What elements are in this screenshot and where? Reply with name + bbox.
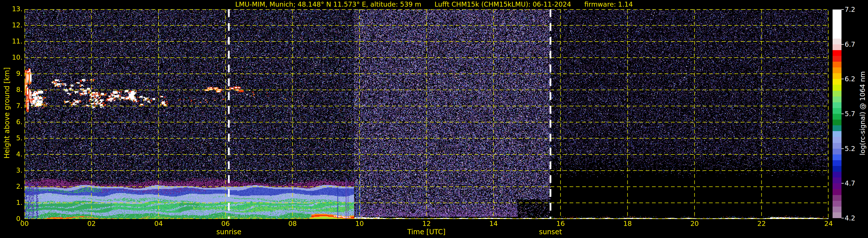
- y-tick-label: 6.: [0, 118, 23, 126]
- y-tick-label: 10.: [0, 54, 23, 61]
- colorbar-tick-label: 4.7: [845, 179, 855, 187]
- x-axis-label: Time [UTC]: [407, 228, 446, 236]
- colorbar-tick-mark: [841, 114, 844, 114]
- colorbar-segment: [833, 207, 841, 212]
- x-tick-label: 06: [213, 220, 239, 227]
- colorbar-segment: [833, 154, 841, 160]
- y-tick-label: 13.: [0, 5, 23, 13]
- colorbar-segment: [833, 201, 841, 207]
- colorbar-segment: [833, 183, 841, 189]
- colorbar-tick-label: 6.7: [845, 41, 855, 48]
- colorbar-tick-mark: [841, 9, 844, 10]
- x-tick-label: 22: [748, 220, 774, 227]
- colorbar-segment: [833, 85, 841, 90]
- colorbar-label: log(rc-signal) @ 1064 nm: [859, 71, 866, 155]
- colorbar-segment: [833, 73, 841, 79]
- page-title: LMU-MIM, Munich; 48.148° N 11.573° E, al…: [0, 1, 868, 8]
- y-axis-label: Height above ground [km]: [3, 67, 11, 159]
- x-tick-label: 20: [682, 220, 708, 227]
- sunset-label: sunset: [539, 228, 562, 236]
- x-tick-label: 04: [146, 220, 172, 227]
- y-tick-label: 4.: [0, 150, 23, 158]
- colorbar-segment: [833, 50, 841, 56]
- title-station: LMU-MIM, Munich; 48.148° N 11.573° E, al…: [235, 1, 421, 8]
- colorbar-segment: [833, 114, 841, 120]
- title-firmware: firmware: 1.14: [584, 1, 632, 8]
- colorbar-segment: [833, 143, 841, 149]
- colorbar-tick-mark: [841, 148, 844, 149]
- y-tick-label: 5.: [0, 134, 23, 142]
- y-tick-label: 11.: [0, 37, 23, 45]
- y-tick-label: 8.: [0, 86, 23, 93]
- colorbar-tick-label: 6.2: [845, 75, 855, 83]
- x-tick-label: 16: [548, 220, 574, 227]
- colorbar-segment: [833, 56, 841, 62]
- colorbar-segment: [833, 160, 841, 166]
- x-tick-label: 18: [615, 220, 641, 227]
- ceilometer-figure: LMU-MIM, Munich; 48.148° N 11.573° E, al…: [0, 0, 868, 238]
- y-tick-label: 9.: [0, 70, 23, 77]
- colorbar-segment: [833, 33, 841, 38]
- y-tick-label: 12.: [0, 21, 23, 29]
- y-tick-label: 1.: [0, 199, 23, 206]
- x-tick-label: 24: [815, 220, 841, 227]
- colorbar-segment: [833, 9, 841, 15]
- x-tick-label: 10: [347, 220, 372, 227]
- colorbar-segment: [833, 172, 841, 178]
- colorbar-segment: [833, 21, 841, 27]
- colorbar-segment: [833, 178, 841, 183]
- x-tick-label: 00: [11, 220, 37, 227]
- colorbar-tick-mark: [841, 44, 844, 44]
- colorbar-segment: [833, 102, 841, 108]
- colorbar-segment: [833, 120, 841, 125]
- x-tick-label: 08: [279, 220, 305, 227]
- colorbar-segment: [833, 15, 841, 21]
- colorbar-segment: [833, 131, 841, 137]
- colorbar-segment: [833, 149, 841, 154]
- colorbar-segment: [833, 195, 841, 201]
- colorbar-segment: [833, 67, 841, 73]
- y-tick-label: 7.: [0, 102, 23, 110]
- colorbar-tick-mark: [841, 183, 844, 183]
- colorbar-tick-mark: [841, 79, 844, 79]
- colorbar-segment: [833, 39, 841, 44]
- x-tick-label: 14: [480, 220, 506, 227]
- colorbar-segment: [833, 96, 841, 102]
- colorbar-segment: [833, 62, 841, 67]
- colorbar-segment: [833, 212, 841, 218]
- colorbar-tick-label: 5.2: [845, 145, 855, 152]
- x-tick-label: 12: [414, 220, 440, 227]
- y-tick-label: 2.: [0, 183, 23, 190]
- colorbar: [833, 9, 841, 218]
- colorbar-segment: [833, 44, 841, 50]
- y-tick-label: 3.: [0, 167, 23, 174]
- colorbar-segment: [833, 79, 841, 85]
- colorbar-segment: [833, 27, 841, 33]
- x-tick-label: 02: [79, 220, 104, 227]
- sunrise-label: sunrise: [216, 228, 241, 236]
- colorbar-segment: [833, 125, 841, 131]
- colorbar-tick-mark: [841, 218, 844, 218]
- colorbar-segment: [833, 108, 841, 114]
- colorbar-segment: [833, 137, 841, 143]
- ceilometer-plot-canvas: [25, 9, 829, 219]
- colorbar-tick-label: 4.2: [845, 214, 855, 222]
- colorbar-tick-label: 5.7: [845, 110, 855, 118]
- colorbar-tick-label: 7.2: [845, 6, 855, 13]
- title-instrument: Lufft CHM15k (CHM15kLMU): 06-11-2024: [434, 1, 571, 8]
- colorbar-segment: [833, 166, 841, 172]
- colorbar-segment: [833, 189, 841, 195]
- colorbar-segment: [833, 91, 841, 96]
